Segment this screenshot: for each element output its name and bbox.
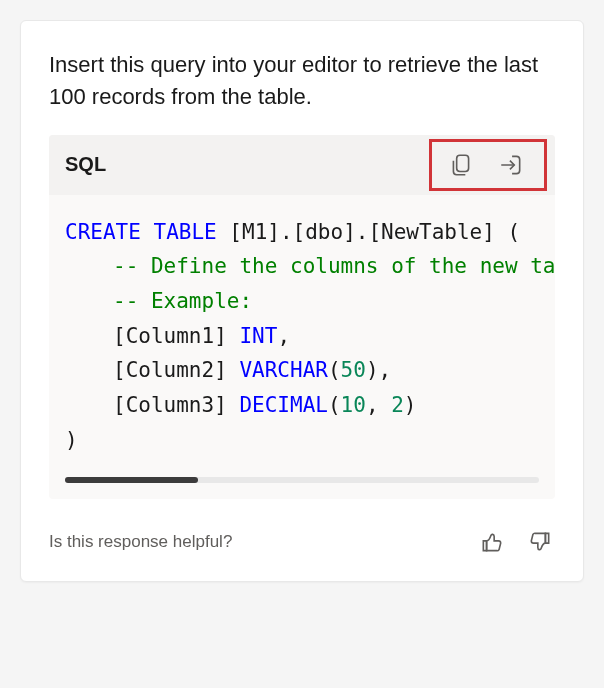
feedback-footer: Is this response helpful? [49,527,555,557]
insert-icon [498,152,524,178]
copy-icon [448,152,474,178]
insert-button[interactable] [496,150,526,180]
response-description: Insert this query into your editor to re… [49,49,555,113]
code-line: ) [65,423,539,458]
code-block: SQL CREATE TABLE [M1].[d [49,135,555,499]
response-card: Insert this query into your editor to re… [20,20,584,582]
thumbs-down-button[interactable] [525,527,555,557]
code-line: [Column1] INT, [65,319,539,354]
code-line: CREATE TABLE [M1].[dbo].[NewTable] ( [65,215,539,250]
thumbs-up-icon [479,529,505,555]
feedback-actions [477,527,555,557]
code-header: SQL [49,135,555,195]
thumbs-up-button[interactable] [477,527,507,557]
code-actions-highlight [429,139,547,191]
code-line: -- Define the columns of the new tabl [65,249,539,284]
code-line: [Column3] DECIMAL(10, 2) [65,388,539,423]
feedback-prompt: Is this response helpful? [49,532,232,552]
scrollbar-thumb[interactable] [65,477,198,483]
horizontal-scrollbar[interactable] [65,477,539,483]
code-line: [Column2] VARCHAR(50), [65,353,539,388]
code-content: CREATE TABLE [M1].[dbo].[NewTable] ( -- … [49,195,555,469]
code-line: -- Example: [65,284,539,319]
thumbs-down-icon [527,529,553,555]
code-language-label: SQL [65,153,106,176]
svg-rect-0 [457,155,469,171]
copy-button[interactable] [446,150,476,180]
